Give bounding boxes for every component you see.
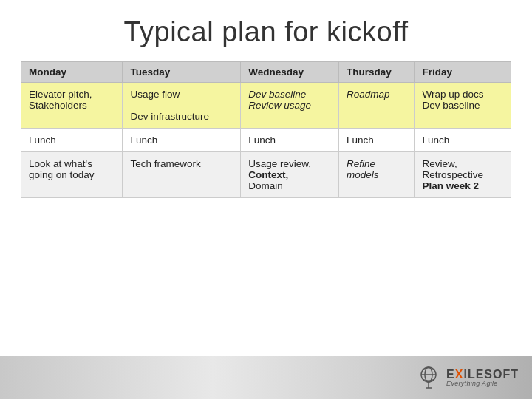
cell-r2-thursday: Lunch	[338, 129, 415, 152]
header-monday: Monday	[21, 62, 123, 83]
header-friday: Friday	[415, 62, 511, 83]
cell-r3-tuesday: Tech framework	[123, 152, 241, 198]
table-row-3: Look at what'sgoing on today Tech framew…	[21, 152, 511, 198]
cell-r3-friday: Review,RetrospectivePlan week 2	[415, 152, 511, 198]
table-header-row: Monday Tuesday Wednesday Thursday Friday	[21, 62, 511, 83]
header-thursday: Thursday	[338, 62, 415, 83]
cell-r1-thursday: Roadmap	[338, 83, 415, 129]
table-row-1: Elevator pitch,Stakeholders Usage flowDe…	[21, 83, 511, 129]
footer-bar: EXILESOFT Everything Agile	[0, 356, 532, 399]
schedule-table-wrapper: Monday Tuesday Wednesday Thursday Friday…	[0, 61, 532, 198]
cell-r1-monday: Elevator pitch,Stakeholders	[21, 83, 123, 129]
cell-r2-friday: Lunch	[415, 129, 511, 152]
table-row-2: Lunch Lunch Lunch Lunch Lunch	[21, 129, 511, 152]
schedule-table: Monday Tuesday Wednesday Thursday Friday…	[21, 61, 511, 198]
logo-x-letter: X	[455, 368, 464, 381]
page-title: Typical plan for kickoff	[0, 0, 532, 61]
logo-text: EXILESOFT Everything Agile	[446, 369, 519, 387]
logo-area: EXILESOFT Everything Agile	[415, 364, 519, 391]
logo-tagline: Everything Agile	[446, 381, 498, 387]
logo-brand: EXILESOFT	[446, 369, 519, 381]
cell-r1-friday: Wrap up docsDev baseline	[415, 83, 511, 129]
cell-r3-monday: Look at what'sgoing on today	[21, 152, 123, 198]
cell-r2-monday: Lunch	[21, 129, 123, 152]
cell-r3-thursday: Refinemodels	[338, 152, 415, 198]
cell-r1-tuesday: Usage flowDev infrastructure	[123, 83, 241, 129]
cell-r2-wednesday: Lunch	[241, 129, 339, 152]
header-wednesday: Wednesday	[241, 62, 339, 83]
cell-r1-wednesday: Dev baselineReview usage	[241, 83, 339, 129]
cell-r2-tuesday: Lunch	[123, 129, 241, 152]
cell-r3-wednesday: Usage review,Context,Domain	[241, 152, 339, 198]
header-tuesday: Tuesday	[123, 62, 241, 83]
exilesoft-logo-icon	[415, 364, 442, 391]
